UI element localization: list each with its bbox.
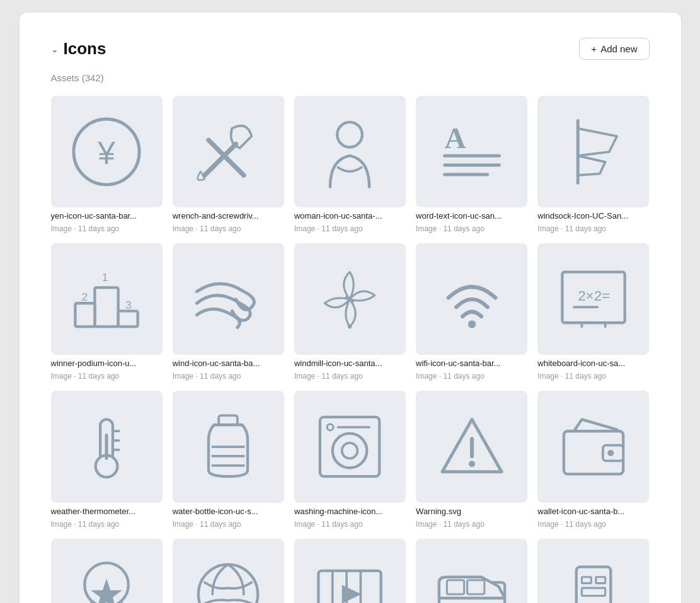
svg-line-3: [209, 140, 244, 175]
svg-point-43: [607, 450, 614, 456]
asset-thumbnail: [294, 243, 406, 355]
asset-thumbnail: [173, 391, 284, 502]
svg-text:A: A: [444, 121, 466, 154]
asset-thumbnail: [173, 539, 284, 603]
asset-card[interactable]: Warning.svgImage · 11 days ago: [416, 391, 527, 528]
asset-meta: Image · 11 days ago: [173, 520, 284, 529]
svg-text:2: 2: [82, 290, 88, 303]
asset-meta: Image · 11 days ago: [537, 520, 649, 529]
svg-text:3: 3: [125, 299, 132, 311]
asset-thumbnail: [294, 391, 406, 502]
asset-meta: Image · 11 days ago: [294, 224, 406, 233]
asset-thumbnail: [294, 539, 406, 603]
asset-grid: ¥yen-icon-uc-santa-bar...Image · 11 days…: [51, 96, 650, 603]
asset-meta: Image · 11 days ago: [51, 520, 163, 529]
asset-card[interactable]: 2×2=whiteboard-icon-uc-sa...Image · 11 d…: [537, 243, 649, 381]
asset-meta: Image · 11 days ago: [51, 372, 163, 381]
asset-meta: Image · 11 days ago: [294, 372, 406, 381]
asset-thumbnail: A: [416, 96, 527, 207]
asset-meta: Image · 11 days ago: [537, 372, 649, 381]
svg-rect-10: [95, 287, 118, 326]
asset-card[interactable]: windsock-Icon-UC-San...Image · 11 days a…: [537, 96, 649, 233]
asset-thumbnail: [51, 391, 163, 502]
asset-thumbnail: [537, 539, 649, 603]
asset-name: word-text-icon-uc-san...: [416, 211, 527, 221]
asset-card[interactable]: Aword-text-icon-uc-san...Image · 11 days…: [416, 96, 527, 233]
asset-thumbnail: [416, 243, 527, 355]
asset-thumbnail: [537, 96, 649, 207]
svg-point-18: [468, 320, 475, 328]
svg-point-4: [338, 122, 363, 147]
add-new-button[interactable]: + Add new: [579, 38, 649, 60]
asset-card[interactable]: woman-icon-uc-santa-...Image · 11 days a…: [294, 96, 406, 233]
asset-card[interactable]: wind-icon-uc-santa-ba...Image · 11 days …: [173, 243, 284, 381]
asset-name: washing-machine-icon...: [294, 507, 406, 516]
asset-thumbnail: [51, 539, 163, 603]
asset-name: woman-icon-uc-santa-...: [294, 211, 406, 221]
asset-thumbnail: [173, 243, 284, 355]
chevron-icon[interactable]: ⌄: [51, 44, 59, 54]
asset-thumbnail: [173, 96, 284, 207]
svg-rect-57: [577, 567, 611, 603]
asset-name: wifi-icon-uc-santa-bar...: [416, 359, 527, 368]
asset-name: windsock-Icon-UC-San...: [537, 211, 649, 221]
asset-meta: Image · 11 days ago: [416, 224, 527, 233]
asset-thumbnail: ¥: [51, 96, 163, 207]
asset-meta: Image · 11 days ago: [51, 224, 163, 233]
svg-text:¥: ¥: [97, 135, 115, 170]
asset-thumbnail: [416, 391, 527, 502]
assets-label: Assets (342): [51, 72, 650, 83]
asset-name: Warning.svg: [416, 507, 527, 516]
asset-card[interactable]: video-icon-uc-santa-b...Image · 11 days …: [294, 539, 406, 603]
main-container: ⌄ Icons + Add new Assets (342) ¥yen-icon…: [20, 13, 681, 603]
asset-name: wrench-and-screwdriv...: [173, 211, 284, 221]
page-header: ⌄ Icons + Add new: [51, 38, 650, 60]
asset-card[interactable]: washing-machine-icon...Image · 11 days a…: [294, 391, 406, 528]
svg-point-37: [328, 424, 334, 430]
asset-card[interactable]: usb-icon-uc-santa-bar...Image · 11 days …: [537, 539, 649, 603]
svg-rect-54: [467, 580, 484, 594]
svg-rect-59: [582, 577, 591, 583]
asset-card[interactable]: ward-ribbon-icon-uc-s...Image · 11 days …: [51, 539, 163, 603]
svg-text:1: 1: [102, 271, 108, 284]
asset-thumbnail: 2×2=: [537, 243, 649, 355]
asset-card[interactable]: water-bottle-icon-uc-s...Image · 11 days…: [173, 391, 284, 528]
asset-name: water-bottle-icon-uc-s...: [173, 507, 284, 516]
asset-thumbnail: [537, 391, 649, 502]
asset-name: yen-icon-uc-santa-bar...: [51, 211, 163, 221]
svg-rect-61: [582, 588, 605, 595]
svg-rect-53: [447, 580, 464, 594]
asset-thumbnail: [416, 539, 527, 603]
asset-card[interactable]: van-icon-UC-Santa-Ba...Image · 11 days a…: [416, 539, 527, 603]
asset-meta: Image · 11 days ago: [294, 520, 406, 529]
asset-card[interactable]: 123winner-podium-icon-u...Image · 11 day…: [51, 243, 163, 381]
asset-card[interactable]: windmill-icon-uc-santa...Image · 11 days…: [294, 243, 406, 381]
svg-text:2×2=: 2×2=: [578, 288, 610, 304]
asset-meta: Image · 11 days ago: [416, 372, 527, 381]
asset-name: weather-thermometer...: [51, 507, 163, 516]
svg-rect-30: [219, 415, 238, 425]
asset-name: winner-podium-icon-u...: [51, 359, 163, 368]
asset-name: windmill-icon-uc-santa...: [294, 359, 406, 368]
title-group: ⌄ Icons: [51, 39, 106, 59]
asset-card[interactable]: wrench-and-screwdriv...Image · 11 days a…: [173, 96, 284, 233]
asset-card[interactable]: weather-thermometer...Image · 11 days ag…: [51, 391, 163, 528]
svg-rect-60: [596, 577, 605, 583]
asset-meta: Image · 11 days ago: [173, 372, 284, 381]
asset-name: whiteboard-icon-uc-sa...: [537, 359, 649, 368]
asset-card[interactable]: wallet-icon-uc-santa-b...Image · 11 days…: [537, 391, 649, 528]
asset-meta: Image · 11 days ago: [173, 224, 284, 233]
asset-name: wind-icon-uc-santa-ba...: [173, 359, 284, 368]
asset-meta: Image · 11 days ago: [537, 224, 649, 233]
asset-meta: Image · 11 days ago: [416, 520, 527, 529]
asset-name: wallet-icon-uc-santa-b...: [537, 507, 649, 516]
svg-point-40: [469, 461, 475, 467]
page-title: Icons: [64, 39, 106, 59]
plus-icon: +: [591, 43, 597, 54]
svg-point-36: [342, 443, 358, 459]
svg-rect-12: [118, 311, 138, 326]
asset-card[interactable]: volleyball-icon-uc-san...Image · 11 days…: [173, 539, 284, 603]
asset-card[interactable]: ¥yen-icon-uc-santa-bar...Image · 11 days…: [51, 96, 163, 233]
asset-card[interactable]: wifi-icon-uc-santa-bar...Image · 11 days…: [416, 243, 527, 381]
asset-thumbnail: 123: [51, 243, 163, 355]
